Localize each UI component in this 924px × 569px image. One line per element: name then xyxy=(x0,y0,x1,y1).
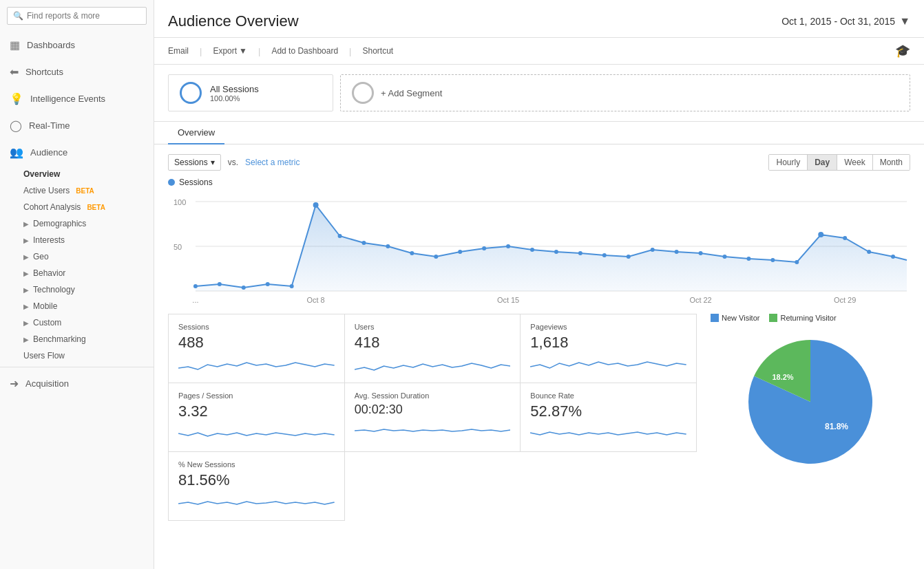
add-segment-button[interactable]: + Add Segment xyxy=(340,74,910,111)
svg-point-22 xyxy=(578,251,582,255)
returning-visitor-label: Returning Visitor xyxy=(780,314,836,322)
search-input[interactable] xyxy=(27,11,140,21)
sidebar-item-users-flow[interactable]: Users Flow xyxy=(0,347,154,364)
export-button[interactable]: Export ▼ xyxy=(213,46,247,56)
sidebar-item-mobile[interactable]: ▶ Mobile xyxy=(0,298,154,314)
date-range-selector[interactable]: Oct 1, 2015 - Oct 31, 2015 ▼ xyxy=(781,15,910,28)
metric-dropdown[interactable]: Sessions ▾ xyxy=(168,154,221,171)
audience-icon: 👥 xyxy=(10,146,23,159)
time-hourly[interactable]: Hourly xyxy=(769,155,808,170)
users-flow-label: Users Flow xyxy=(23,351,65,361)
shortcut-button[interactable]: Shortcut xyxy=(363,46,394,56)
svg-point-33 xyxy=(843,236,847,240)
sessions-legend-dot xyxy=(168,179,175,186)
pageviews-sparkline xyxy=(530,354,686,375)
svg-point-13 xyxy=(361,241,366,245)
sidebar-item-demographics[interactable]: ▶ Demographics xyxy=(0,215,154,232)
svg-point-21 xyxy=(554,250,558,254)
svg-point-15 xyxy=(410,251,414,255)
add-segment-label: + Add Segment xyxy=(381,88,442,98)
main-content: Audience Overview Oct 1, 2015 - Oct 31, … xyxy=(154,0,924,569)
export-arrow: ▼ xyxy=(239,46,247,56)
time-day[interactable]: Day xyxy=(808,155,837,170)
svg-point-23 xyxy=(602,253,607,257)
svg-point-19 xyxy=(506,244,510,248)
svg-point-11 xyxy=(313,202,319,208)
time-month[interactable]: Month xyxy=(873,155,910,170)
returning-visitor-color xyxy=(769,314,777,322)
new-sessions-label: % New Sessions xyxy=(178,460,335,469)
behavior-label: Behavior xyxy=(33,268,65,278)
sidebar-item-behavior[interactable]: ▶ Behavior xyxy=(0,265,154,281)
pie-svg: 81.8% 18.2% xyxy=(735,326,886,477)
svg-point-6 xyxy=(193,284,198,288)
sidebar-item-label: Dashboards xyxy=(27,40,75,50)
toolbar: Email | Export ▼ | Add to Dashboard | Sh… xyxy=(154,38,924,65)
stat-pageviews: Pageviews 1,618 xyxy=(521,314,697,383)
sidebar-item-cohort[interactable]: Cohort Analysis BETA xyxy=(0,199,154,215)
main-header: Audience Overview Oct 1, 2015 - Oct 31, … xyxy=(154,0,924,38)
segment-circle-icon xyxy=(180,82,202,104)
svg-point-20 xyxy=(530,248,534,252)
segment-all-sessions[interactable]: All Sessions 100.00% xyxy=(168,74,333,111)
svg-point-35 xyxy=(891,255,895,259)
sessions-value: 488 xyxy=(178,334,335,352)
new-sessions-value: 81.56% xyxy=(178,471,335,489)
sidebar-item-technology[interactable]: ▶ Technology xyxy=(0,281,154,298)
sidebar-item-audience[interactable]: 👥 Audience xyxy=(0,139,154,166)
sidebar-item-acquisition[interactable]: ➜ Acquisition xyxy=(0,370,154,397)
interests-triangle: ▶ xyxy=(23,237,29,244)
email-button[interactable]: Email xyxy=(168,46,189,56)
svg-point-29 xyxy=(746,257,750,261)
sidebar: 🔍 ▦ Dashboards ⬅ Shortcuts 💡 Intelligenc… xyxy=(0,0,154,569)
chart-legend: Sessions xyxy=(168,178,910,187)
new-sessions-sparkline xyxy=(178,492,335,513)
select-metric-link[interactable]: Select a metric xyxy=(245,158,300,167)
svg-point-31 xyxy=(795,260,799,264)
sidebar-item-realtime[interactable]: ◯ Real-Time xyxy=(0,112,154,139)
time-week[interactable]: Week xyxy=(837,155,872,170)
intelligence-icon: 💡 xyxy=(10,92,23,105)
demographics-label: Demographics xyxy=(33,219,86,228)
sidebar-item-overview[interactable]: Overview xyxy=(0,166,154,182)
sidebar-item-geo[interactable]: ▶ Geo xyxy=(0,248,154,265)
add-segment-icon xyxy=(352,82,374,104)
sidebar-item-interests[interactable]: ▶ Interests xyxy=(0,232,154,248)
acquisition-icon: ➜ xyxy=(10,377,19,390)
stats-right: New Visitor Returning Visitor xyxy=(697,314,910,521)
active-users-beta: BETA xyxy=(76,187,94,195)
returning-visitor-legend: Returning Visitor xyxy=(769,314,836,322)
date-range-text: Oct 1, 2015 - Oct 31, 2015 xyxy=(781,16,895,27)
svg-point-24 xyxy=(627,255,631,259)
bounce-rate-value: 52.87% xyxy=(530,402,686,420)
date-range-arrow: ▼ xyxy=(899,15,910,28)
sidebar-item-intelligence[interactable]: 💡 Intelligence Events xyxy=(0,85,154,112)
benchmarking-triangle: ▶ xyxy=(23,336,29,343)
sessions-sparkline xyxy=(178,354,335,375)
tab-overview[interactable]: Overview xyxy=(168,122,224,144)
custom-label: Custom xyxy=(33,318,61,328)
sidebar-item-active-users[interactable]: Active Users BETA xyxy=(0,182,154,199)
sidebar-item-dashboards[interactable]: ▦ Dashboards xyxy=(0,32,154,58)
vs-label: vs. xyxy=(228,158,238,167)
svg-point-9 xyxy=(266,282,270,286)
users-sparkline xyxy=(355,354,511,375)
search-box[interactable]: 🔍 xyxy=(7,7,147,25)
pages-session-sparkline xyxy=(178,423,335,444)
svg-point-32 xyxy=(818,232,823,237)
stat-users: Users 418 xyxy=(345,314,521,383)
svg-text:...: ... xyxy=(192,296,198,304)
realtime-icon: ◯ xyxy=(10,119,22,132)
pageviews-label: Pageviews xyxy=(530,323,686,331)
segment-area: All Sessions 100.00% + Add Segment xyxy=(154,65,924,122)
add-dashboard-button[interactable]: Add to Dashboard xyxy=(271,46,338,56)
avg-session-label: Avg. Session Duration xyxy=(355,391,511,400)
sidebar-item-benchmarking[interactable]: ▶ Benchmarking xyxy=(0,331,154,347)
sidebar-item-custom[interactable]: ▶ Custom xyxy=(0,314,154,331)
hat-icon[interactable]: 🎓 xyxy=(895,43,910,58)
segment-info: All Sessions 100.00% xyxy=(210,84,259,103)
page-title: Audience Overview xyxy=(168,12,299,30)
svg-point-27 xyxy=(699,251,703,255)
sidebar-item-shortcuts[interactable]: ⬅ Shortcuts xyxy=(0,58,154,85)
svg-point-8 xyxy=(242,286,246,290)
